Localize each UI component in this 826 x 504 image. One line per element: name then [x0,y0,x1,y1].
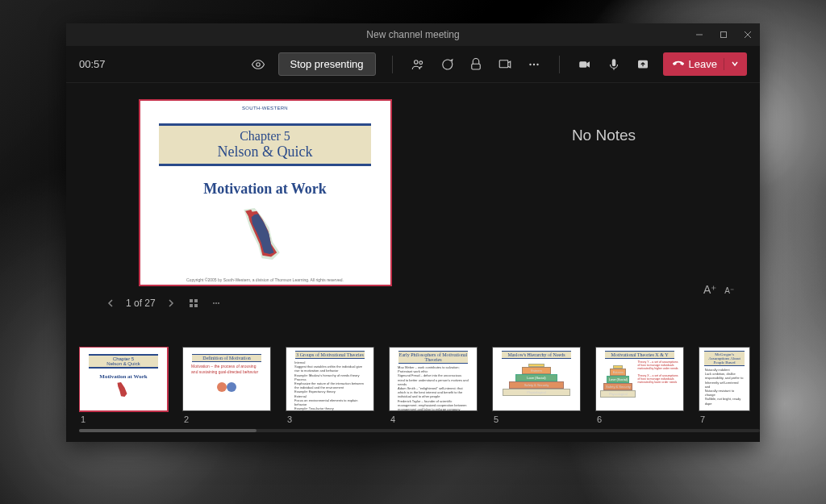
leave-label: Leave [689,58,717,70]
svg-point-11 [536,63,538,65]
thumbnail-scrollbar[interactable] [79,429,760,432]
svg-rect-8 [499,60,508,67]
svg-rect-12 [579,61,586,68]
scrollbar-thumb[interactable] [79,429,257,432]
rooms-icon[interactable] [491,52,519,77]
slide-pane: SOUTH-WESTERN Chapter 5 Nelson & Quick M… [66,83,448,344]
svg-point-6 [419,60,422,64]
svg-rect-17 [190,304,193,307]
slide-art [229,202,302,269]
thumb-number: 2 [182,414,271,424]
prev-slide-button[interactable] [103,296,118,310]
svg-rect-18 [194,304,198,307]
av-controls [571,52,657,77]
leave-button[interactable]: Leave [663,52,747,76]
thumb-number: 3 [286,414,374,424]
separator [392,56,393,73]
presenter-content: SOUTH-WESTERN Chapter 5 Nelson & Quick M… [66,83,760,344]
next-slide-button[interactable] [164,296,178,310]
font-decrease-button[interactable]: A⁻ [724,286,734,295]
svg-point-5 [414,60,418,64]
minimize-button[interactable] [687,23,711,46]
titlebar: New channel meeting [66,23,760,46]
svg-rect-15 [190,299,193,302]
svg-point-19 [213,302,215,304]
participants-icon[interactable] [404,52,432,77]
font-increase-button[interactable]: A⁺ [703,283,716,296]
svg-point-23 [227,382,236,392]
mic-icon[interactable] [600,52,628,77]
thumbnail-3[interactable]: 3 Groups of Motivational Theories Intern… [286,347,374,424]
svg-point-22 [217,382,227,392]
meeting-timer: 00:57 [79,58,106,70]
close-button[interactable] [736,23,760,46]
thumbnail-1[interactable]: Chapter 5 Nelson & Quick Motivation at W… [79,347,168,424]
svg-point-20 [215,302,217,304]
slide-nav: 1 of 27 [103,296,223,310]
window-controls [687,23,760,46]
reactions-icon[interactable] [462,52,490,77]
thumbnail-4[interactable]: Early Philosophers of Motivational Theor… [389,347,478,424]
notes-pane: No Notes [448,83,760,344]
separator [559,56,560,73]
window-title: New channel meeting [366,29,459,40]
svg-point-10 [532,63,534,65]
maximize-button[interactable] [711,23,736,46]
slide-copyright: Copyright ©2005 by South-Western, a divi… [140,277,390,282]
meeting-actions [404,52,548,77]
thumbnail-6[interactable]: Motivational Theories X & Y Esteem Love … [595,347,684,424]
svg-rect-16 [194,299,198,302]
thumb-number: 4 [389,414,478,424]
thumb-number: 7 [699,414,750,424]
thumbnail-7[interactable]: McGregor's Assumptions About People Base… [699,347,750,424]
chat-icon[interactable] [433,52,461,77]
thumb-number: 1 [79,414,168,424]
thumbnail-strip: Chapter 5 Nelson & Quick Motivation at W… [66,344,760,442]
publisher-mark: SOUTH-WESTERN [242,106,288,110]
svg-point-9 [529,63,531,65]
chapter-box: Chapter 5 Nelson & Quick [159,123,372,166]
slide-counter: 1 of 27 [126,298,156,309]
stop-presenting-button[interactable]: Stop presenting [278,52,376,76]
thumb-number: 5 [492,414,581,424]
current-slide[interactable]: SOUTH-WESTERN Chapter 5 Nelson & Quick M… [139,99,392,286]
chapter-line1: Chapter 5 [159,129,372,144]
thumbnail-5[interactable]: Maslow's Hierarchy of Needs Self-Actuali… [492,347,581,424]
meeting-toolbar: 00:57 Stop presenting Leave [66,46,760,83]
share-icon[interactable] [629,52,657,77]
font-size-controls: A⁺ A⁻ [703,283,734,296]
grid-view-icon[interactable] [186,296,201,310]
more-actions-icon[interactable] [520,52,548,77]
leave-caret-icon[interactable] [724,58,739,70]
thumbnail-2[interactable]: Definition of Motivation Motivation – th… [182,347,271,424]
chapter-line2: Nelson & Quick [159,144,372,160]
more-nav-icon[interactable] [209,296,223,310]
no-notes-text: No Notes [448,127,760,144]
camera-icon[interactable] [571,52,599,77]
slide-heading: Motivation at Work [203,181,327,198]
hangup-icon [673,57,684,71]
privacy-eye-icon[interactable] [244,52,272,77]
svg-rect-1 [721,32,727,38]
svg-point-4 [256,62,260,66]
svg-rect-7 [471,64,480,69]
thumb-number: 6 [595,414,684,424]
thumbnail-row: Chapter 5 Nelson & Quick Motivation at W… [79,347,760,424]
teams-meeting-window: New channel meeting 00:57 Stop presentin… [66,23,760,442]
svg-point-21 [218,302,219,304]
svg-rect-13 [611,59,615,66]
